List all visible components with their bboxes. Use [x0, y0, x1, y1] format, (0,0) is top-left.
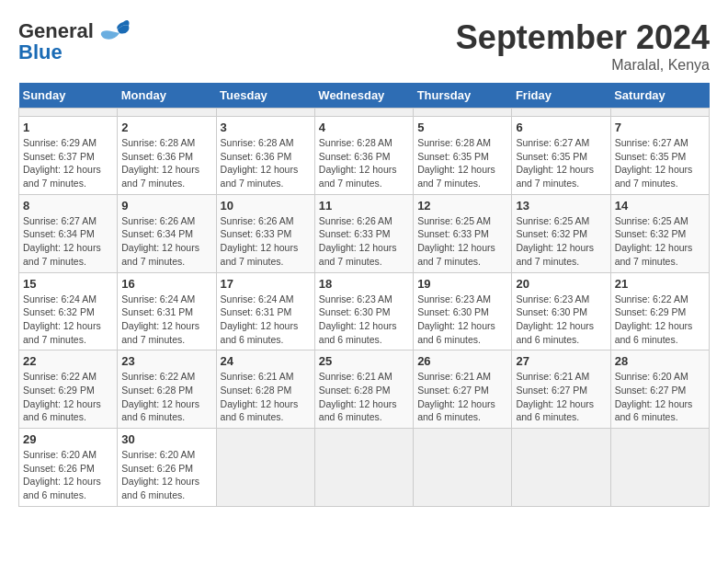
day-info: Sunrise: 6:26 AMSunset: 6:34 PMDaylight:…	[121, 214, 211, 269]
day-number: 12	[417, 199, 507, 213]
column-header-tuesday: Tuesday	[216, 83, 314, 109]
location: Maralal, Kenya	[456, 57, 710, 74]
day-number: 28	[615, 354, 705, 368]
column-header-thursday: Thursday	[414, 83, 512, 109]
calendar-cell: 8Sunrise: 6:27 AMSunset: 6:34 PMDaylight…	[19, 194, 118, 272]
day-number: 5	[417, 121, 507, 134]
calendar-cell: 22Sunrise: 6:22 AMSunset: 6:29 PMDayligh…	[19, 350, 118, 429]
day-info: Sunrise: 6:21 AMSunset: 6:27 PMDaylight:…	[417, 370, 507, 424]
calendar-week-row: 8Sunrise: 6:27 AMSunset: 6:34 PMDaylight…	[19, 194, 710, 272]
logo-blue-text: Blue	[18, 40, 63, 64]
day-number: 7	[615, 121, 705, 134]
calendar-week-row	[19, 109, 710, 117]
day-info: Sunrise: 6:27 AMSunset: 6:35 PMDaylight:…	[516, 136, 606, 190]
calendar-cell: 14Sunrise: 6:25 AMSunset: 6:32 PMDayligh…	[610, 194, 709, 272]
calendar-cell: 6Sunrise: 6:27 AMSunset: 6:35 PMDaylight…	[512, 117, 610, 195]
calendar-week-row: 29Sunrise: 6:20 AMSunset: 6:26 PMDayligh…	[19, 429, 710, 507]
day-info: Sunrise: 6:28 AMSunset: 6:36 PMDaylight:…	[121, 136, 211, 190]
day-number: 23	[121, 354, 211, 368]
calendar-week-row: 1Sunrise: 6:29 AMSunset: 6:37 PMDaylight…	[19, 117, 710, 195]
calendar-cell	[216, 109, 314, 117]
day-info: Sunrise: 6:27 AMSunset: 6:34 PMDaylight:…	[23, 214, 113, 269]
calendar-cell: 10Sunrise: 6:26 AMSunset: 6:33 PMDayligh…	[216, 194, 314, 272]
day-info: Sunrise: 6:22 AMSunset: 6:28 PMDaylight:…	[121, 370, 211, 424]
calendar-cell: 30Sunrise: 6:20 AMSunset: 6:26 PMDayligh…	[118, 429, 216, 507]
calendar-cell: 11Sunrise: 6:26 AMSunset: 6:33 PMDayligh…	[314, 194, 413, 272]
logo-bird-icon	[97, 18, 131, 44]
day-info: Sunrise: 6:20 AMSunset: 6:26 PMDaylight:…	[23, 448, 113, 502]
day-number: 21	[615, 277, 705, 291]
day-number: 6	[516, 121, 606, 134]
calendar-cell: 1Sunrise: 6:29 AMSunset: 6:37 PMDaylight…	[19, 117, 118, 195]
day-info: Sunrise: 6:22 AMSunset: 6:29 PMDaylight:…	[23, 370, 113, 424]
day-info: Sunrise: 6:22 AMSunset: 6:29 PMDaylight:…	[615, 293, 705, 347]
day-info: Sunrise: 6:20 AMSunset: 6:26 PMDaylight:…	[121, 448, 211, 502]
day-number: 24	[221, 354, 311, 368]
day-number: 10	[221, 199, 311, 213]
day-info: Sunrise: 6:26 AMSunset: 6:33 PMDaylight:…	[319, 214, 409, 269]
calendar-cell: 21Sunrise: 6:22 AMSunset: 6:29 PMDayligh…	[610, 272, 709, 350]
day-info: Sunrise: 6:25 AMSunset: 6:32 PMDaylight:…	[615, 214, 705, 269]
day-info: Sunrise: 6:23 AMSunset: 6:30 PMDaylight:…	[516, 293, 606, 347]
day-number: 20	[516, 277, 606, 291]
day-info: Sunrise: 6:28 AMSunset: 6:35 PMDaylight:…	[417, 136, 507, 190]
page-header: General Blue September 2024 Maralal, Ken…	[18, 18, 710, 74]
day-info: Sunrise: 6:24 AMSunset: 6:32 PMDaylight:…	[23, 293, 113, 347]
calendar-cell: 20Sunrise: 6:23 AMSunset: 6:30 PMDayligh…	[512, 272, 610, 350]
calendar-cell: 26Sunrise: 6:21 AMSunset: 6:27 PMDayligh…	[414, 350, 512, 429]
day-number: 27	[516, 354, 606, 368]
calendar-cell	[610, 429, 709, 507]
calendar-cell: 5Sunrise: 6:28 AMSunset: 6:35 PMDaylight…	[414, 117, 512, 195]
day-number: 4	[319, 121, 409, 134]
day-info: Sunrise: 6:21 AMSunset: 6:28 PMDaylight:…	[319, 370, 409, 424]
calendar-cell	[314, 429, 413, 507]
calendar-cell: 24Sunrise: 6:21 AMSunset: 6:28 PMDayligh…	[216, 350, 314, 429]
day-number: 22	[23, 354, 113, 368]
day-number: 25	[319, 354, 409, 368]
calendar-cell	[512, 109, 610, 117]
day-number: 18	[319, 277, 409, 291]
calendar-cell: 16Sunrise: 6:24 AMSunset: 6:31 PMDayligh…	[118, 272, 216, 350]
day-number: 17	[221, 277, 311, 291]
calendar-cell: 29Sunrise: 6:20 AMSunset: 6:26 PMDayligh…	[19, 429, 118, 507]
calendar-cell	[414, 429, 512, 507]
calendar-cell	[314, 109, 413, 117]
day-info: Sunrise: 6:21 AMSunset: 6:27 PMDaylight:…	[516, 370, 606, 424]
day-info: Sunrise: 6:27 AMSunset: 6:35 PMDaylight:…	[615, 136, 705, 190]
column-header-sunday: Sunday	[19, 83, 118, 109]
calendar-cell	[512, 429, 610, 507]
calendar-header-row: SundayMondayTuesdayWednesdayThursdayFrid…	[19, 83, 710, 109]
day-number: 26	[417, 354, 507, 368]
calendar-cell: 18Sunrise: 6:23 AMSunset: 6:30 PMDayligh…	[314, 272, 413, 350]
calendar-cell: 25Sunrise: 6:21 AMSunset: 6:28 PMDayligh…	[314, 350, 413, 429]
month-title: September 2024	[456, 18, 710, 57]
calendar-week-row: 15Sunrise: 6:24 AMSunset: 6:32 PMDayligh…	[19, 272, 710, 350]
title-block: September 2024 Maralal, Kenya	[456, 18, 710, 74]
day-info: Sunrise: 6:28 AMSunset: 6:36 PMDaylight:…	[319, 136, 409, 190]
calendar-cell: 23Sunrise: 6:22 AMSunset: 6:28 PMDayligh…	[118, 350, 216, 429]
calendar-cell	[216, 429, 314, 507]
calendar-cell	[414, 109, 512, 117]
logo: General Blue	[18, 18, 131, 64]
day-number: 1	[23, 121, 113, 134]
column-header-saturday: Saturday	[610, 83, 709, 109]
day-number: 11	[319, 199, 409, 213]
day-info: Sunrise: 6:28 AMSunset: 6:36 PMDaylight:…	[221, 136, 311, 190]
calendar-cell: 12Sunrise: 6:25 AMSunset: 6:33 PMDayligh…	[414, 194, 512, 272]
calendar-cell: 17Sunrise: 6:24 AMSunset: 6:31 PMDayligh…	[216, 272, 314, 350]
day-number: 2	[121, 121, 211, 134]
calendar-cell: 4Sunrise: 6:28 AMSunset: 6:36 PMDaylight…	[314, 117, 413, 195]
day-number: 3	[221, 121, 311, 134]
day-number: 13	[516, 199, 606, 213]
calendar-table: SundayMondayTuesdayWednesdayThursdayFrid…	[18, 83, 710, 507]
calendar-cell: 7Sunrise: 6:27 AMSunset: 6:35 PMDaylight…	[610, 117, 709, 195]
day-info: Sunrise: 6:24 AMSunset: 6:31 PMDaylight:…	[121, 293, 211, 347]
day-number: 30	[121, 432, 211, 446]
day-number: 19	[417, 277, 507, 291]
column-header-friday: Friday	[512, 83, 610, 109]
day-info: Sunrise: 6:20 AMSunset: 6:27 PMDaylight:…	[615, 370, 705, 424]
calendar-week-row: 22Sunrise: 6:22 AMSunset: 6:29 PMDayligh…	[19, 350, 710, 429]
day-number: 15	[23, 277, 113, 291]
logo-text: General	[18, 20, 94, 42]
day-info: Sunrise: 6:25 AMSunset: 6:33 PMDaylight:…	[417, 214, 507, 269]
